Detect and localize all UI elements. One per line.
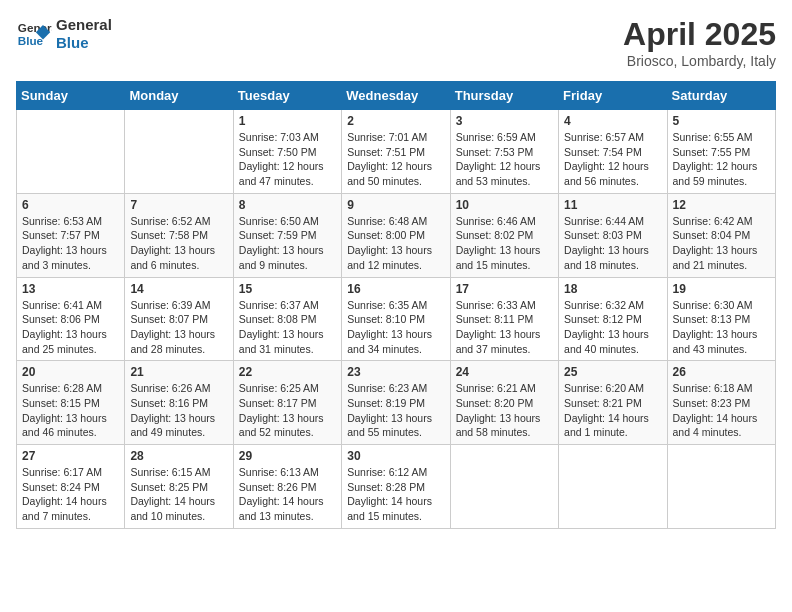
day-number: 10 — [456, 198, 553, 212]
day-number: 28 — [130, 449, 227, 463]
calendar-cell: 21Sunrise: 6:26 AMSunset: 8:16 PMDayligh… — [125, 361, 233, 445]
day-number: 6 — [22, 198, 119, 212]
calendar-cell: 14Sunrise: 6:39 AMSunset: 8:07 PMDayligh… — [125, 277, 233, 361]
day-number: 11 — [564, 198, 661, 212]
calendar-cell: 12Sunrise: 6:42 AMSunset: 8:04 PMDayligh… — [667, 193, 775, 277]
day-info: Sunrise: 6:46 AMSunset: 8:02 PMDaylight:… — [456, 214, 553, 273]
day-number: 2 — [347, 114, 444, 128]
calendar-cell: 4Sunrise: 6:57 AMSunset: 7:54 PMDaylight… — [559, 110, 667, 194]
day-number: 21 — [130, 365, 227, 379]
day-info: Sunrise: 6:53 AMSunset: 7:57 PMDaylight:… — [22, 214, 119, 273]
day-info: Sunrise: 6:21 AMSunset: 8:20 PMDaylight:… — [456, 381, 553, 440]
day-info: Sunrise: 6:28 AMSunset: 8:15 PMDaylight:… — [22, 381, 119, 440]
day-info: Sunrise: 6:25 AMSunset: 8:17 PMDaylight:… — [239, 381, 336, 440]
week-row-2: 6Sunrise: 6:53 AMSunset: 7:57 PMDaylight… — [17, 193, 776, 277]
day-number: 14 — [130, 282, 227, 296]
calendar-cell — [125, 110, 233, 194]
day-number: 13 — [22, 282, 119, 296]
day-info: Sunrise: 6:26 AMSunset: 8:16 PMDaylight:… — [130, 381, 227, 440]
weekday-friday: Friday — [559, 82, 667, 110]
day-info: Sunrise: 6:35 AMSunset: 8:10 PMDaylight:… — [347, 298, 444, 357]
calendar-cell: 28Sunrise: 6:15 AMSunset: 8:25 PMDayligh… — [125, 445, 233, 529]
calendar-cell — [559, 445, 667, 529]
day-info: Sunrise: 6:13 AMSunset: 8:26 PMDaylight:… — [239, 465, 336, 524]
day-number: 29 — [239, 449, 336, 463]
calendar-cell: 26Sunrise: 6:18 AMSunset: 8:23 PMDayligh… — [667, 361, 775, 445]
day-number: 7 — [130, 198, 227, 212]
day-number: 23 — [347, 365, 444, 379]
day-info: Sunrise: 6:37 AMSunset: 8:08 PMDaylight:… — [239, 298, 336, 357]
day-number: 20 — [22, 365, 119, 379]
day-info: Sunrise: 6:57 AMSunset: 7:54 PMDaylight:… — [564, 130, 661, 189]
day-number: 5 — [673, 114, 770, 128]
calendar-cell: 1Sunrise: 7:03 AMSunset: 7:50 PMDaylight… — [233, 110, 341, 194]
calendar-cell: 30Sunrise: 6:12 AMSunset: 8:28 PMDayligh… — [342, 445, 450, 529]
day-info: Sunrise: 6:17 AMSunset: 8:24 PMDaylight:… — [22, 465, 119, 524]
calendar-cell: 20Sunrise: 6:28 AMSunset: 8:15 PMDayligh… — [17, 361, 125, 445]
day-info: Sunrise: 6:12 AMSunset: 8:28 PMDaylight:… — [347, 465, 444, 524]
day-info: Sunrise: 6:48 AMSunset: 8:00 PMDaylight:… — [347, 214, 444, 273]
logo-icon: General Blue — [16, 16, 52, 52]
weekday-tuesday: Tuesday — [233, 82, 341, 110]
day-number: 8 — [239, 198, 336, 212]
calendar-cell: 15Sunrise: 6:37 AMSunset: 8:08 PMDayligh… — [233, 277, 341, 361]
day-number: 26 — [673, 365, 770, 379]
logo: General Blue General Blue — [16, 16, 112, 52]
calendar-cell: 8Sunrise: 6:50 AMSunset: 7:59 PMDaylight… — [233, 193, 341, 277]
day-info: Sunrise: 7:01 AMSunset: 7:51 PMDaylight:… — [347, 130, 444, 189]
day-number: 9 — [347, 198, 444, 212]
calendar-cell: 7Sunrise: 6:52 AMSunset: 7:58 PMDaylight… — [125, 193, 233, 277]
day-number: 1 — [239, 114, 336, 128]
day-number: 27 — [22, 449, 119, 463]
weekday-saturday: Saturday — [667, 82, 775, 110]
logo-general: General — [56, 16, 112, 34]
week-row-1: 1Sunrise: 7:03 AMSunset: 7:50 PMDaylight… — [17, 110, 776, 194]
week-row-4: 20Sunrise: 6:28 AMSunset: 8:15 PMDayligh… — [17, 361, 776, 445]
page-header: General Blue General Blue April 2025 Bri… — [16, 16, 776, 69]
calendar-cell: 2Sunrise: 7:01 AMSunset: 7:51 PMDaylight… — [342, 110, 450, 194]
calendar-cell: 6Sunrise: 6:53 AMSunset: 7:57 PMDaylight… — [17, 193, 125, 277]
weekday-thursday: Thursday — [450, 82, 558, 110]
calendar-cell: 10Sunrise: 6:46 AMSunset: 8:02 PMDayligh… — [450, 193, 558, 277]
day-info: Sunrise: 6:18 AMSunset: 8:23 PMDaylight:… — [673, 381, 770, 440]
calendar-cell — [17, 110, 125, 194]
calendar-cell — [450, 445, 558, 529]
day-number: 22 — [239, 365, 336, 379]
weekday-sunday: Sunday — [17, 82, 125, 110]
calendar-body: 1Sunrise: 7:03 AMSunset: 7:50 PMDaylight… — [17, 110, 776, 529]
calendar-cell: 13Sunrise: 6:41 AMSunset: 8:06 PMDayligh… — [17, 277, 125, 361]
calendar-cell: 17Sunrise: 6:33 AMSunset: 8:11 PMDayligh… — [450, 277, 558, 361]
day-number: 15 — [239, 282, 336, 296]
calendar-cell: 19Sunrise: 6:30 AMSunset: 8:13 PMDayligh… — [667, 277, 775, 361]
week-row-5: 27Sunrise: 6:17 AMSunset: 8:24 PMDayligh… — [17, 445, 776, 529]
day-number: 19 — [673, 282, 770, 296]
logo-blue: Blue — [56, 34, 112, 52]
calendar-cell: 25Sunrise: 6:20 AMSunset: 8:21 PMDayligh… — [559, 361, 667, 445]
calendar-cell: 3Sunrise: 6:59 AMSunset: 7:53 PMDaylight… — [450, 110, 558, 194]
day-info: Sunrise: 6:39 AMSunset: 8:07 PMDaylight:… — [130, 298, 227, 357]
day-info: Sunrise: 6:32 AMSunset: 8:12 PMDaylight:… — [564, 298, 661, 357]
day-number: 25 — [564, 365, 661, 379]
day-number: 16 — [347, 282, 444, 296]
calendar-cell: 24Sunrise: 6:21 AMSunset: 8:20 PMDayligh… — [450, 361, 558, 445]
calendar-cell: 22Sunrise: 6:25 AMSunset: 8:17 PMDayligh… — [233, 361, 341, 445]
calendar-cell: 18Sunrise: 6:32 AMSunset: 8:12 PMDayligh… — [559, 277, 667, 361]
day-info: Sunrise: 6:55 AMSunset: 7:55 PMDaylight:… — [673, 130, 770, 189]
calendar-cell: 11Sunrise: 6:44 AMSunset: 8:03 PMDayligh… — [559, 193, 667, 277]
week-row-3: 13Sunrise: 6:41 AMSunset: 8:06 PMDayligh… — [17, 277, 776, 361]
calendar-cell: 23Sunrise: 6:23 AMSunset: 8:19 PMDayligh… — [342, 361, 450, 445]
day-info: Sunrise: 6:44 AMSunset: 8:03 PMDaylight:… — [564, 214, 661, 273]
day-number: 4 — [564, 114, 661, 128]
day-info: Sunrise: 6:41 AMSunset: 8:06 PMDaylight:… — [22, 298, 119, 357]
day-info: Sunrise: 6:23 AMSunset: 8:19 PMDaylight:… — [347, 381, 444, 440]
calendar-cell: 9Sunrise: 6:48 AMSunset: 8:00 PMDaylight… — [342, 193, 450, 277]
location-subtitle: Briosco, Lombardy, Italy — [623, 53, 776, 69]
day-number: 12 — [673, 198, 770, 212]
title-block: April 2025 Briosco, Lombardy, Italy — [623, 16, 776, 69]
calendar-cell: 16Sunrise: 6:35 AMSunset: 8:10 PMDayligh… — [342, 277, 450, 361]
day-info: Sunrise: 6:42 AMSunset: 8:04 PMDaylight:… — [673, 214, 770, 273]
day-info: Sunrise: 6:33 AMSunset: 8:11 PMDaylight:… — [456, 298, 553, 357]
calendar-table: SundayMondayTuesdayWednesdayThursdayFrid… — [16, 81, 776, 529]
day-info: Sunrise: 6:15 AMSunset: 8:25 PMDaylight:… — [130, 465, 227, 524]
day-number: 3 — [456, 114, 553, 128]
